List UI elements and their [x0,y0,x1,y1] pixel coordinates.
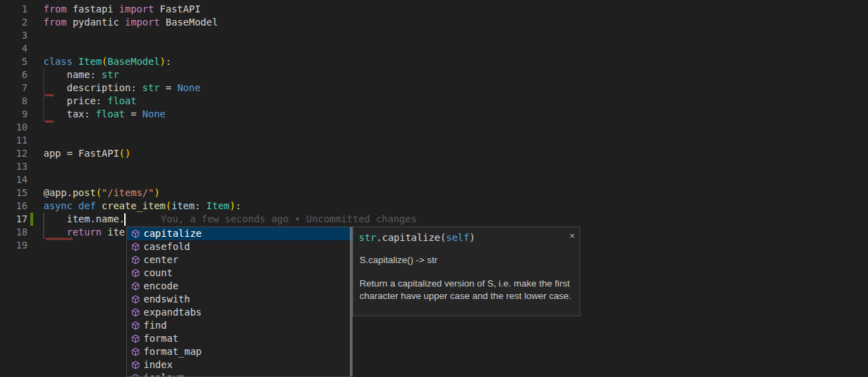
code-line-text: class Item(BaseModel): [43,55,171,68]
autocomplete-item[interactable]: format [127,332,353,345]
code-line[interactable]: 5class Item(BaseModel): [0,55,868,68]
autocomplete-item[interactable]: capitalize [127,227,353,240]
code-token: fastapi [67,3,119,14]
git-blame-annotation: You, a few seconds ago • Uncommitted cha… [161,213,417,224]
code-line[interactable]: 11 [0,134,868,147]
method-icon [130,255,141,266]
line-number[interactable]: 18 [0,226,28,239]
line-number[interactable]: 7 [0,81,28,95]
code-token: tax: [43,108,96,119]
code-token: ( [101,56,107,67]
line-number[interactable]: 3 [0,29,28,42]
line-number[interactable]: 6 [0,68,28,81]
text-cursor [124,213,126,226]
code-line[interactable]: 17 item.name.You, a few seconds ago • Un… [0,213,868,226]
code-line[interactable]: 7 description: str = None [0,81,868,95]
git-added-line-indicator [30,213,33,226]
code-token: item [171,200,195,211]
code-token: app = FastAPI [43,148,119,159]
code-token: : [235,200,241,211]
autocomplete-item-label: capitalize [144,227,201,240]
autocomplete-item[interactable]: encode [127,280,353,293]
autocomplete-item[interactable]: index [127,358,353,371]
code-token: str [101,69,119,80]
method-icon [130,347,141,358]
error-squiggle [45,119,54,123]
line-number[interactable]: 8 [0,95,28,108]
line-number[interactable]: 19 [0,239,28,252]
line-number[interactable]: 1 [0,3,28,16]
code-line-text: from pydantic import BaseModel [43,16,218,29]
code-line[interactable]: 6 name: str [0,68,868,81]
autocomplete-item[interactable]: format_map [127,345,353,358]
autocomplete-item[interactable]: isalnum [127,371,353,377]
line-number[interactable]: 2 [0,16,28,29]
method-icon [130,229,141,240]
indent-guide [43,68,44,121]
autocomplete-item[interactable]: endswith [127,293,353,306]
docs-description: Return a capitalized version of S, i.e. … [359,278,573,302]
method-icon [130,294,141,305]
code-token: Item [206,200,230,211]
docs-signature: str.capitalize(self) [353,227,580,244]
code-token: self [446,232,469,243]
code-token: BaseModel [160,17,218,28]
indent-guide [43,213,44,239]
line-number[interactable]: 4 [0,42,28,55]
code-token: Item [79,56,102,67]
line-number[interactable]: 15 [0,186,28,200]
line-number[interactable]: 9 [0,108,28,121]
code-line[interactable]: 1from fastapi import FastAPI [0,3,868,16]
code-line-text: app = FastAPI() [43,147,130,160]
autocomplete-item-label: format [144,332,179,345]
code-token: = [160,82,177,93]
autocomplete-item[interactable]: find [127,319,353,332]
line-number[interactable]: 16 [0,200,28,213]
line-number[interactable]: 10 [0,121,28,134]
code-token: from [43,3,67,14]
autocomplete-item[interactable]: center [127,253,353,267]
code-token: from [43,17,67,28]
method-icon [130,268,141,279]
code-line[interactable]: 16async def create_item(item: Item): [0,200,868,213]
line-number[interactable]: 13 [0,160,28,173]
code-token: ) [469,232,475,243]
code-line[interactable]: 3 [0,29,868,42]
code-token: pydantic [67,17,125,28]
autocomplete-item[interactable]: count [127,267,353,280]
method-icon [130,242,141,253]
code-token: "/items/" [101,187,154,198]
code-line[interactable]: 10 [0,121,868,134]
autocomplete-item-label: encode [144,280,179,293]
code-lines-container: 1from fastapi import FastAPI2from pydant… [0,3,868,252]
code-line[interactable]: 12app = FastAPI() [0,147,868,160]
close-icon[interactable]: × [569,229,575,242]
line-number[interactable]: 11 [0,134,28,147]
autocomplete-item-label: endswith [144,293,190,306]
code-line[interactable]: 14 [0,173,868,186]
suggestion-docs-panel: str.capitalize(self) × S.capitalize() ->… [353,226,580,316]
method-icon [130,373,141,377]
code-line[interactable]: 15@app.post("/items/") [0,186,868,200]
line-number[interactable]: 12 [0,147,28,160]
autocomplete-item[interactable]: casefold [127,240,353,253]
line-number[interactable]: 17 [0,213,28,226]
code-token: post [72,187,96,198]
code-token: name: [43,69,101,80]
code-token: ) [230,200,235,211]
line-number[interactable]: 5 [0,55,28,68]
line-number[interactable]: 14 [0,173,28,186]
code-line[interactable]: 4 [0,42,868,55]
autocomplete-item-label: format_map [144,345,201,358]
code-line[interactable]: 13 [0,160,868,173]
code-line[interactable]: 2from pydantic import BaseModel [0,16,868,29]
code-line[interactable]: 9 tax: float = None [0,108,868,121]
autocomplete-item[interactable]: expandtabs [127,306,353,319]
autocomplete-item-label: index [144,358,172,371]
code-line[interactable]: 8 price: float [0,95,868,108]
code-editor[interactable]: 1from fastapi import FastAPI2from pydant… [0,0,868,377]
autocomplete-item-label: casefold [144,240,190,253]
code-token: class [43,56,72,67]
code-token: import [125,17,160,28]
code-token: : [195,200,206,211]
